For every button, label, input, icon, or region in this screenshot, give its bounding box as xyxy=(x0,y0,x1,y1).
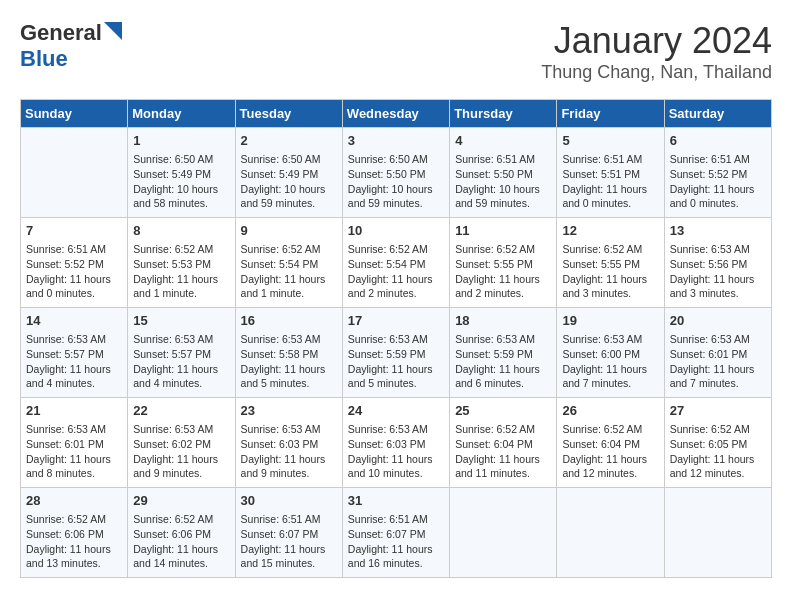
day-info: Sunrise: 6:50 AM Sunset: 5:49 PM Dayligh… xyxy=(241,152,337,211)
calendar-cell: 28Sunrise: 6:52 AM Sunset: 6:06 PM Dayli… xyxy=(21,488,128,578)
calendar-cell: 16Sunrise: 6:53 AM Sunset: 5:58 PM Dayli… xyxy=(235,308,342,398)
day-number: 23 xyxy=(241,402,337,420)
calendar-title: January 2024 xyxy=(541,20,772,62)
calendar-cell: 24Sunrise: 6:53 AM Sunset: 6:03 PM Dayli… xyxy=(342,398,449,488)
calendar-cell xyxy=(450,488,557,578)
calendar-cell: 29Sunrise: 6:52 AM Sunset: 6:06 PM Dayli… xyxy=(128,488,235,578)
header-day: Tuesday xyxy=(235,100,342,128)
day-number: 9 xyxy=(241,222,337,240)
calendar-cell: 17Sunrise: 6:53 AM Sunset: 5:59 PM Dayli… xyxy=(342,308,449,398)
header-day: Thursday xyxy=(450,100,557,128)
calendar-cell: 30Sunrise: 6:51 AM Sunset: 6:07 PM Dayli… xyxy=(235,488,342,578)
calendar-cell: 11Sunrise: 6:52 AM Sunset: 5:55 PM Dayli… xyxy=(450,218,557,308)
day-info: Sunrise: 6:53 AM Sunset: 5:57 PM Dayligh… xyxy=(26,332,122,391)
day-info: Sunrise: 6:51 AM Sunset: 5:52 PM Dayligh… xyxy=(670,152,766,211)
calendar-cell: 1Sunrise: 6:50 AM Sunset: 5:49 PM Daylig… xyxy=(128,128,235,218)
calendar-cell: 2Sunrise: 6:50 AM Sunset: 5:49 PM Daylig… xyxy=(235,128,342,218)
day-info: Sunrise: 6:53 AM Sunset: 6:03 PM Dayligh… xyxy=(241,422,337,481)
day-info: Sunrise: 6:53 AM Sunset: 6:03 PM Dayligh… xyxy=(348,422,444,481)
day-number: 29 xyxy=(133,492,229,510)
day-number: 10 xyxy=(348,222,444,240)
day-number: 19 xyxy=(562,312,658,330)
calendar-cell: 21Sunrise: 6:53 AM Sunset: 6:01 PM Dayli… xyxy=(21,398,128,488)
calendar-cell xyxy=(664,488,771,578)
day-info: Sunrise: 6:51 AM Sunset: 5:51 PM Dayligh… xyxy=(562,152,658,211)
calendar-cell xyxy=(557,488,664,578)
title-block: January 2024 Thung Chang, Nan, Thailand xyxy=(541,20,772,83)
day-info: Sunrise: 6:52 AM Sunset: 5:54 PM Dayligh… xyxy=(348,242,444,301)
calendar-cell: 23Sunrise: 6:53 AM Sunset: 6:03 PM Dayli… xyxy=(235,398,342,488)
day-info: Sunrise: 6:53 AM Sunset: 5:58 PM Dayligh… xyxy=(241,332,337,391)
calendar-cell: 12Sunrise: 6:52 AM Sunset: 5:55 PM Dayli… xyxy=(557,218,664,308)
day-info: Sunrise: 6:52 AM Sunset: 5:53 PM Dayligh… xyxy=(133,242,229,301)
header-row: SundayMondayTuesdayWednesdayThursdayFrid… xyxy=(21,100,772,128)
day-info: Sunrise: 6:52 AM Sunset: 6:06 PM Dayligh… xyxy=(26,512,122,571)
calendar-table: SundayMondayTuesdayWednesdayThursdayFrid… xyxy=(20,99,772,578)
calendar-cell: 8Sunrise: 6:52 AM Sunset: 5:53 PM Daylig… xyxy=(128,218,235,308)
calendar-cell: 20Sunrise: 6:53 AM Sunset: 6:01 PM Dayli… xyxy=(664,308,771,398)
calendar-row: 7Sunrise: 6:51 AM Sunset: 5:52 PM Daylig… xyxy=(21,218,772,308)
calendar-row: 21Sunrise: 6:53 AM Sunset: 6:01 PM Dayli… xyxy=(21,398,772,488)
day-number: 18 xyxy=(455,312,551,330)
logo-icon xyxy=(104,22,122,40)
day-info: Sunrise: 6:53 AM Sunset: 6:02 PM Dayligh… xyxy=(133,422,229,481)
day-info: Sunrise: 6:51 AM Sunset: 6:07 PM Dayligh… xyxy=(348,512,444,571)
day-number: 6 xyxy=(670,132,766,150)
day-number: 27 xyxy=(670,402,766,420)
day-info: Sunrise: 6:53 AM Sunset: 6:00 PM Dayligh… xyxy=(562,332,658,391)
calendar-row: 28Sunrise: 6:52 AM Sunset: 6:06 PM Dayli… xyxy=(21,488,772,578)
day-info: Sunrise: 6:52 AM Sunset: 6:04 PM Dayligh… xyxy=(562,422,658,481)
day-number: 20 xyxy=(670,312,766,330)
calendar-cell: 10Sunrise: 6:52 AM Sunset: 5:54 PM Dayli… xyxy=(342,218,449,308)
calendar-cell: 19Sunrise: 6:53 AM Sunset: 6:00 PM Dayli… xyxy=(557,308,664,398)
day-info: Sunrise: 6:52 AM Sunset: 6:05 PM Dayligh… xyxy=(670,422,766,481)
day-number: 30 xyxy=(241,492,337,510)
calendar-header: SundayMondayTuesdayWednesdayThursdayFrid… xyxy=(21,100,772,128)
calendar-cell: 3Sunrise: 6:50 AM Sunset: 5:50 PM Daylig… xyxy=(342,128,449,218)
day-number: 22 xyxy=(133,402,229,420)
calendar-row: 1Sunrise: 6:50 AM Sunset: 5:49 PM Daylig… xyxy=(21,128,772,218)
day-info: Sunrise: 6:53 AM Sunset: 6:01 PM Dayligh… xyxy=(26,422,122,481)
day-info: Sunrise: 6:51 AM Sunset: 5:50 PM Dayligh… xyxy=(455,152,551,211)
logo-blue: Blue xyxy=(20,46,68,72)
day-info: Sunrise: 6:50 AM Sunset: 5:50 PM Dayligh… xyxy=(348,152,444,211)
day-info: Sunrise: 6:53 AM Sunset: 5:57 PM Dayligh… xyxy=(133,332,229,391)
day-number: 5 xyxy=(562,132,658,150)
day-number: 8 xyxy=(133,222,229,240)
day-info: Sunrise: 6:50 AM Sunset: 5:49 PM Dayligh… xyxy=(133,152,229,211)
calendar-cell xyxy=(21,128,128,218)
calendar-body: 1Sunrise: 6:50 AM Sunset: 5:49 PM Daylig… xyxy=(21,128,772,578)
calendar-cell: 15Sunrise: 6:53 AM Sunset: 5:57 PM Dayli… xyxy=(128,308,235,398)
calendar-cell: 27Sunrise: 6:52 AM Sunset: 6:05 PM Dayli… xyxy=(664,398,771,488)
calendar-cell: 14Sunrise: 6:53 AM Sunset: 5:57 PM Dayli… xyxy=(21,308,128,398)
day-info: Sunrise: 6:52 AM Sunset: 6:06 PM Dayligh… xyxy=(133,512,229,571)
day-number: 25 xyxy=(455,402,551,420)
day-number: 28 xyxy=(26,492,122,510)
calendar-cell: 4Sunrise: 6:51 AM Sunset: 5:50 PM Daylig… xyxy=(450,128,557,218)
calendar-cell: 9Sunrise: 6:52 AM Sunset: 5:54 PM Daylig… xyxy=(235,218,342,308)
day-info: Sunrise: 6:53 AM Sunset: 6:01 PM Dayligh… xyxy=(670,332,766,391)
day-number: 31 xyxy=(348,492,444,510)
day-number: 14 xyxy=(26,312,122,330)
day-number: 17 xyxy=(348,312,444,330)
calendar-cell: 5Sunrise: 6:51 AM Sunset: 5:51 PM Daylig… xyxy=(557,128,664,218)
day-number: 4 xyxy=(455,132,551,150)
calendar-subtitle: Thung Chang, Nan, Thailand xyxy=(541,62,772,83)
day-info: Sunrise: 6:51 AM Sunset: 6:07 PM Dayligh… xyxy=(241,512,337,571)
day-info: Sunrise: 6:51 AM Sunset: 5:52 PM Dayligh… xyxy=(26,242,122,301)
day-info: Sunrise: 6:52 AM Sunset: 6:04 PM Dayligh… xyxy=(455,422,551,481)
header-day: Sunday xyxy=(21,100,128,128)
day-number: 26 xyxy=(562,402,658,420)
calendar-cell: 7Sunrise: 6:51 AM Sunset: 5:52 PM Daylig… xyxy=(21,218,128,308)
calendar-cell: 26Sunrise: 6:52 AM Sunset: 6:04 PM Dayli… xyxy=(557,398,664,488)
day-number: 12 xyxy=(562,222,658,240)
day-number: 2 xyxy=(241,132,337,150)
calendar-cell: 6Sunrise: 6:51 AM Sunset: 5:52 PM Daylig… xyxy=(664,128,771,218)
calendar-cell: 18Sunrise: 6:53 AM Sunset: 5:59 PM Dayli… xyxy=(450,308,557,398)
calendar-cell: 22Sunrise: 6:53 AM Sunset: 6:02 PM Dayli… xyxy=(128,398,235,488)
calendar-row: 14Sunrise: 6:53 AM Sunset: 5:57 PM Dayli… xyxy=(21,308,772,398)
day-number: 1 xyxy=(133,132,229,150)
logo-general: General xyxy=(20,20,102,46)
calendar-cell: 25Sunrise: 6:52 AM Sunset: 6:04 PM Dayli… xyxy=(450,398,557,488)
day-number: 7 xyxy=(26,222,122,240)
